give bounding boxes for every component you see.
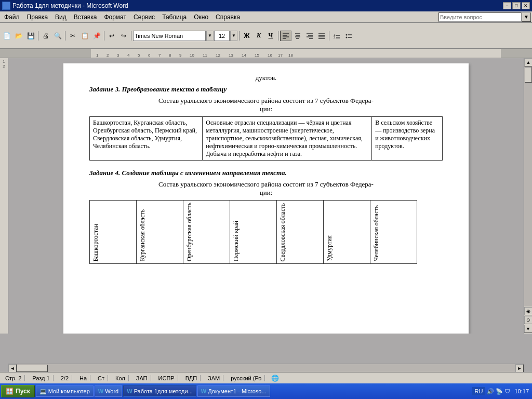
scroll-buttons-bottom: ◉ ⊙ ▼ xyxy=(524,307,532,334)
table-cell-bashkortostan: Башкортостан xyxy=(90,201,137,264)
start-button[interactable]: 🪟 Пуск xyxy=(1,385,35,397)
status-ispravka: ИСПР xyxy=(155,375,178,381)
doc1-icon: W xyxy=(127,388,132,394)
window-title: Работа 1для методички - Microsoft Word xyxy=(12,2,128,9)
copy-button[interactable]: 📋 xyxy=(79,31,90,41)
ruler-left-margin xyxy=(0,49,91,58)
save-button[interactable]: 💾 xyxy=(25,31,36,41)
redo-button[interactable]: ↪ xyxy=(118,31,129,41)
toolbar-row-1: 📄 📂 💾 🖨 🔍 ✂ 📋 📌 ↩ ↪ Times New Roman ▼ 12… xyxy=(1,31,531,41)
start-label: Пуск xyxy=(16,388,30,395)
lang-indicator: RU xyxy=(472,387,485,395)
undo-button[interactable]: ↩ xyxy=(106,31,117,41)
word-label: Word xyxy=(105,388,118,394)
taskbar-word[interactable]: W Word xyxy=(95,385,122,397)
scroll-down-button[interactable]: ▼ xyxy=(524,325,533,333)
bold-button[interactable]: Ж xyxy=(241,31,252,41)
menu-window[interactable]: Окно xyxy=(191,12,211,22)
menu-format[interactable]: Формат xyxy=(101,12,129,22)
taskbar-tray: RU 🔊 📡 🛡 10:17 xyxy=(472,387,531,395)
font-name-box[interactable]: Times New Roman xyxy=(133,31,206,41)
task3-table: Башкортостан, Курганская область, Оренбу… xyxy=(89,116,443,161)
mycomputer-label: Мой компьютер xyxy=(48,388,90,394)
minimize-button[interactable]: − xyxy=(503,2,511,9)
italic-button[interactable]: К xyxy=(253,31,264,41)
status-section: Разд 1 xyxy=(29,375,53,381)
scroll-next-page[interactable]: ⊙ xyxy=(524,316,533,324)
menu-table[interactable]: Таблица xyxy=(159,12,190,22)
h-scroll-thumb[interactable] xyxy=(17,365,48,372)
search-input[interactable] xyxy=(438,12,522,22)
close-button[interactable]: ✕ xyxy=(522,2,530,9)
document-scroll-area[interactable]: дуктов. Задание 3. Преобразование текста… xyxy=(8,58,524,334)
taskbar-mycomputer[interactable]: 💻 Мой компьютер xyxy=(36,385,94,397)
justify-button[interactable] xyxy=(316,31,327,41)
status-col: Ст xyxy=(95,375,108,381)
clock: 10:17 xyxy=(512,388,531,394)
scroll-thumb[interactable] xyxy=(525,67,532,83)
task3-heading: Задание 3. Преобразование текста в табли… xyxy=(89,85,443,94)
separator-1 xyxy=(38,31,38,41)
scroll-prev-page[interactable]: ◉ xyxy=(524,307,533,315)
align-left-button[interactable] xyxy=(280,31,291,41)
table-cell-sverdlovsk: Свердловская область xyxy=(277,201,324,264)
separator-4 xyxy=(131,31,131,41)
scroll-right-button[interactable]: ► xyxy=(515,364,524,373)
toolbar: 📄 📂 💾 🖨 🔍 ✂ 📋 📌 ↩ ↪ Times New Roman ▼ 12… xyxy=(0,23,532,49)
font-name-dropdown[interactable]: ▼ xyxy=(206,31,214,41)
underline-button[interactable]: Ч xyxy=(265,31,276,41)
tray-icons: 🔊 📡 🛡 xyxy=(487,388,510,395)
menu-edit[interactable]: Правка xyxy=(24,12,51,22)
vertical-scrollbar[interactable]: ▲ ◉ ⊙ ▼ xyxy=(524,58,532,334)
table-cell-udmurtia: Удмуртия xyxy=(324,201,370,264)
paste-button[interactable]: 📌 xyxy=(91,31,102,41)
taskbar: 🪟 Пуск 💻 Мой компьютер W Word W Работа 1… xyxy=(0,383,532,399)
taskbar-doc1[interactable]: W Работа 1для методи... xyxy=(123,385,196,397)
word-icon: W xyxy=(98,388,103,394)
bullets-button[interactable] xyxy=(343,31,354,41)
taskbar-doc2[interactable]: W Документ1 - Microso... xyxy=(197,385,270,397)
app-icon xyxy=(2,2,10,10)
h-scroll-track[interactable] xyxy=(17,364,515,372)
main-area: 12 дуктов. Задание 3. Преобразование тек… xyxy=(0,58,532,334)
menu-file[interactable]: Файл xyxy=(1,12,23,22)
align-right-button[interactable] xyxy=(304,31,315,41)
doc2-icon: W xyxy=(201,388,206,394)
separator-3 xyxy=(104,31,104,41)
numbering-button[interactable]: 1.2. xyxy=(331,31,342,41)
font-size-dropdown[interactable]: ▼ xyxy=(230,31,237,41)
cut-button[interactable]: ✂ xyxy=(67,31,78,41)
separator-5 xyxy=(239,31,240,41)
horizontal-scrollbar[interactable]: ◄ ► xyxy=(8,364,524,372)
table-row: Башкортостан, Курганская область, Оренбу… xyxy=(90,117,443,161)
print-button[interactable]: 🖨 xyxy=(40,31,51,41)
menu-tools[interactable]: Сервис xyxy=(130,12,158,22)
font-size-box[interactable]: 12 xyxy=(214,31,230,41)
table-cell-orenburg: Оренбургская область xyxy=(183,201,230,264)
new-button[interactable]: 📄 xyxy=(1,31,12,41)
doc2-label: Документ1 - Microso... xyxy=(208,388,266,394)
search-button[interactable]: ▼ xyxy=(522,12,531,22)
title-bar: Работа 1для методички - Microsoft Word −… xyxy=(0,0,532,11)
menu-help[interactable]: Справка xyxy=(212,12,243,22)
status-vdp: ВДП xyxy=(182,375,201,381)
start-icon: 🪟 xyxy=(6,388,14,395)
print-preview-button[interactable]: 🔍 xyxy=(52,31,63,41)
document-page: дуктов. Задание 3. Преобразование текста… xyxy=(63,63,469,334)
scroll-left-button[interactable]: ◄ xyxy=(8,364,17,373)
status-lang: русский (Ро xyxy=(228,375,265,381)
menu-bar: Файл Правка Вид Вставка Формат Сервис Та… xyxy=(0,11,532,23)
align-center-button[interactable] xyxy=(292,31,303,41)
status-bar: Стр. 2 Разд 1 2/2 На Ст Кол ЗАП ИСПР ВДП… xyxy=(0,372,532,383)
separator-2 xyxy=(65,31,65,41)
doc1-label: Работа 1для методи... xyxy=(134,388,193,394)
svg-text:2.: 2. xyxy=(334,36,336,39)
maximize-button[interactable]: □ xyxy=(512,2,521,9)
scroll-up-button[interactable]: ▲ xyxy=(524,58,532,66)
status-col2: Кол xyxy=(112,375,129,381)
scroll-track[interactable] xyxy=(524,66,532,307)
status-page: Стр. 2 xyxy=(2,375,25,381)
menu-insert[interactable]: Вставка xyxy=(71,12,100,22)
menu-view[interactable]: Вид xyxy=(52,12,70,22)
open-button[interactable]: 📂 xyxy=(13,31,24,41)
